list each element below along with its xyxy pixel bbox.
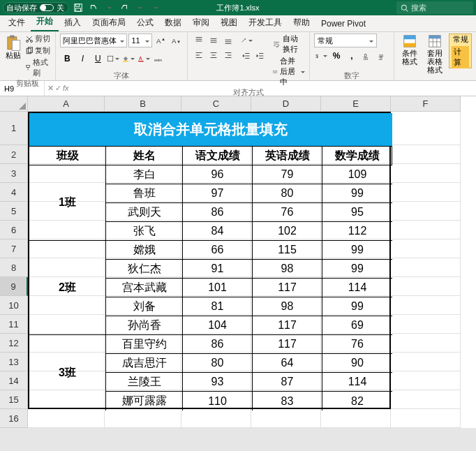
data-cell[interactable]: 95 — [322, 203, 392, 222]
cut-button[interactable]: 剪切 — [25, 34, 51, 44]
col-header-F[interactable]: F — [391, 96, 461, 112]
class-cell[interactable]: 3班 — [29, 335, 106, 411]
align-middle-icon[interactable] — [207, 34, 221, 47]
data-cell[interactable]: 117 — [253, 279, 322, 297]
tab-页面布局[interactable]: 页面布局 — [87, 14, 131, 31]
tab-帮助[interactable]: 帮助 — [288, 14, 315, 31]
data-cell[interactable]: 宫本武藏 — [106, 279, 183, 297]
table-header[interactable]: 班级 — [29, 147, 106, 165]
data-cell[interactable]: 69 — [322, 316, 392, 335]
data-cell[interactable]: 76 — [322, 335, 392, 354]
data-cell[interactable]: 99 — [322, 184, 392, 203]
data-cell[interactable]: 99 — [322, 260, 392, 279]
row-header-13[interactable]: 13 — [0, 353, 28, 371]
row-header-5[interactable]: 5 — [0, 202, 28, 221]
row-header-4[interactable]: 4 — [0, 183, 28, 202]
row-header-6[interactable]: 6 — [0, 221, 28, 239]
tab-开始[interactable]: 开始 — [31, 13, 59, 31]
data-cell[interactable]: 79 — [253, 165, 322, 184]
data-cell[interactable]: 96 — [183, 165, 253, 184]
orientation-icon[interactable] — [239, 34, 253, 47]
tab-视图[interactable]: 视图 — [215, 14, 243, 31]
table-format-button[interactable]: 套用 表格格式 — [424, 34, 446, 74]
data-cell[interactable]: 81 — [183, 297, 253, 316]
increase-indent-icon[interactable] — [253, 49, 267, 63]
border-button[interactable] — [106, 52, 120, 66]
data-cell[interactable]: 117 — [253, 335, 322, 354]
undo-icon[interactable] — [87, 1, 100, 14]
table-title[interactable]: 取消合并单元格批量填充 — [29, 113, 392, 147]
data-cell[interactable]: 66 — [183, 241, 253, 260]
data-cell[interactable]: 109 — [322, 165, 392, 184]
data-cell[interactable]: 99 — [322, 241, 392, 260]
data-cell[interactable]: 娜可露露 — [106, 392, 183, 411]
table-header[interactable]: 英语成绩 — [253, 147, 322, 165]
data-cell[interactable]: 114 — [322, 373, 392, 392]
table-header[interactable]: 姓名 — [106, 147, 183, 165]
search-box[interactable]: 搜索 — [396, 1, 473, 14]
row-header-9[interactable]: 9 — [0, 277, 28, 296]
decrease-decimal-icon[interactable]: .00.0 — [375, 49, 389, 63]
data-cell[interactable]: 86 — [183, 203, 253, 222]
redo-icon[interactable] — [118, 1, 131, 14]
cancel-icon[interactable]: ✕ — [47, 84, 54, 93]
col-header-C[interactable]: C — [181, 96, 251, 112]
row-header-15[interactable]: 15 — [0, 390, 28, 409]
fill-color-button[interactable] — [121, 52, 135, 66]
tab-公式[interactable]: 公式 — [131, 14, 159, 31]
tab-文件[interactable]: 文件 — [3, 14, 31, 31]
data-cell[interactable]: 李白 — [106, 165, 183, 184]
undo-dropdown-icon[interactable] — [103, 1, 115, 14]
tab-开发工具[interactable]: 开发工具 — [243, 14, 288, 31]
data-cell[interactable]: 百里守约 — [106, 335, 183, 354]
tab-数据[interactable]: 数据 — [159, 14, 187, 31]
align-bottom-icon[interactable] — [221, 34, 235, 47]
underline-button[interactable]: U — [91, 52, 105, 66]
format-painter-button[interactable]: 格式刷 — [25, 57, 51, 78]
col-header-A[interactable]: A — [28, 96, 105, 112]
data-cell[interactable]: 93 — [183, 373, 253, 392]
name-box[interactable]: H9 — [0, 81, 45, 96]
accounting-format-icon[interactable]: $ — [314, 49, 328, 63]
paste-button[interactable]: 粘贴 — [4, 34, 22, 61]
data-cell[interactable]: 孙尚香 — [106, 316, 183, 335]
italic-button[interactable]: I — [75, 52, 89, 66]
align-right-icon[interactable] — [221, 48, 235, 62]
number-format-combo[interactable]: 常规 — [314, 34, 377, 47]
font-color-button[interactable]: A — [137, 52, 151, 66]
class-cell[interactable]: 2班 — [29, 241, 106, 335]
data-cell[interactable]: 87 — [253, 373, 322, 392]
data-cell[interactable]: 鲁班 — [106, 184, 183, 203]
table-header[interactable]: 语文成绩 — [183, 147, 253, 165]
align-top-icon[interactable] — [192, 34, 206, 47]
enter-icon[interactable]: ✓ — [55, 84, 61, 93]
select-all-triangle[interactable] — [0, 96, 28, 112]
data-cell[interactable]: 115 — [253, 241, 322, 260]
qat-more-icon[interactable] — [149, 1, 161, 14]
col-header-E[interactable]: E — [321, 96, 391, 112]
data-cell[interactable]: 兰陵王 — [106, 373, 183, 392]
font-name-combo[interactable]: 阿里巴巴普惠体 — [60, 34, 127, 47]
percent-format-icon[interactable]: % — [329, 49, 343, 63]
data-cell[interactable]: 98 — [253, 260, 322, 279]
tab-插入[interactable]: 插入 — [59, 14, 87, 31]
class-cell[interactable]: 1班 — [29, 165, 106, 241]
row-header-3[interactable]: 3 — [0, 164, 28, 183]
autosave-toggle[interactable]: 自动保存 关 — [3, 2, 69, 13]
row-header-14[interactable]: 14 — [0, 371, 28, 390]
data-cell[interactable]: 114 — [322, 279, 392, 297]
decrease-indent-icon[interactable] — [239, 49, 253, 63]
col-header-B[interactable]: B — [105, 96, 181, 112]
data-cell[interactable]: 84 — [183, 222, 253, 241]
save-icon[interactable] — [72, 1, 84, 14]
data-cell[interactable]: 刘备 — [106, 297, 183, 316]
row-header-7[interactable]: 7 — [0, 239, 28, 258]
data-cell[interactable]: 80 — [253, 184, 322, 203]
increase-font-icon[interactable]: A▲ — [154, 34, 168, 47]
wrap-text-button[interactable]: 自动换行 — [273, 34, 305, 54]
data-cell[interactable]: 91 — [183, 260, 253, 279]
data-cell[interactable]: 104 — [183, 316, 253, 335]
data-cell[interactable]: 86 — [183, 335, 253, 354]
increase-decimal-icon[interactable]: .0.00 — [360, 49, 374, 63]
data-cell[interactable]: 117 — [253, 316, 322, 335]
